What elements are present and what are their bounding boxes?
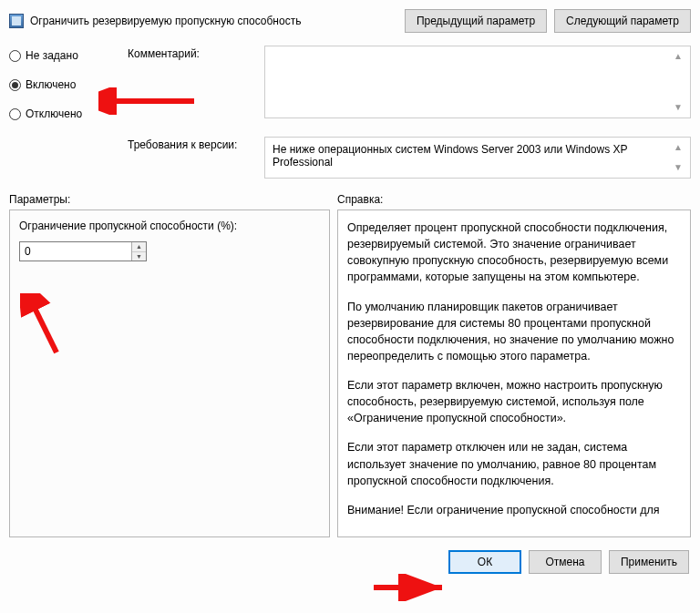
ok-button[interactable]: ОК	[448, 550, 521, 574]
help-section-label: Справка:	[337, 193, 691, 206]
radio-icon	[9, 79, 21, 91]
next-setting-button[interactable]: Следующий параметр	[554, 9, 691, 33]
help-paragraph: Если этот параметр отключен или не задан…	[347, 439, 681, 488]
bandwidth-limit-input[interactable]	[20, 242, 131, 261]
help-paragraph: По умолчанию планировщик пакетов огранич…	[347, 299, 681, 365]
scroll-up-icon[interactable]: ▲	[674, 52, 683, 61]
help-paragraph: Определяет процент пропускной способност…	[347, 220, 681, 286]
spinner-up-button[interactable]: ▲	[132, 242, 146, 252]
comment-textarea[interactable]: ▲ ▼	[264, 46, 691, 118]
spinner-down-button[interactable]: ▼	[132, 252, 146, 261]
radio-icon	[9, 50, 21, 62]
radio-enabled-label: Включено	[26, 78, 76, 91]
cancel-button[interactable]: Отмена	[529, 550, 602, 574]
radio-not-configured[interactable]: Не задано	[9, 49, 109, 62]
requirements-text: Не ниже операционных систем Windows Serv…	[264, 137, 691, 179]
bandwidth-limit-spinner[interactable]: ▲ ▼	[19, 241, 147, 261]
policy-icon	[9, 14, 24, 28]
window-title: Ограничить резервируемую пропускную спос…	[30, 15, 301, 27]
requirements-label: Требования к версии:	[128, 137, 255, 151]
radio-not-configured-label: Не задано	[26, 49, 78, 62]
requirements-value: Не ниже операционных систем Windows Serv…	[273, 143, 674, 169]
scroll-down-icon[interactable]: ▼	[674, 103, 683, 112]
help-paragraph: Внимание! Если ограничение пропускной сп…	[347, 502, 681, 518]
scroll-down-icon[interactable]: ▼	[674, 163, 683, 172]
options-section-label: Параметры:	[9, 193, 337, 206]
radio-disabled-label: Отключено	[26, 107, 82, 120]
previous-setting-button[interactable]: Предыдущий параметр	[405, 9, 547, 33]
scroll-up-icon[interactable]: ▲	[674, 143, 683, 152]
apply-button[interactable]: Применить	[609, 550, 689, 574]
options-panel: Ограничение пропускной способности (%): …	[9, 209, 330, 537]
radio-disabled[interactable]: Отключено	[9, 107, 109, 120]
radio-enabled[interactable]: Включено	[9, 78, 109, 91]
bandwidth-limit-label: Ограничение пропускной способности (%):	[19, 220, 320, 232]
help-paragraph: Если этот параметр включен, можно настро…	[347, 377, 681, 426]
comment-label: Комментарий:	[128, 46, 255, 60]
radio-icon	[9, 108, 21, 120]
help-panel: Определяет процент пропускной способност…	[337, 209, 691, 537]
